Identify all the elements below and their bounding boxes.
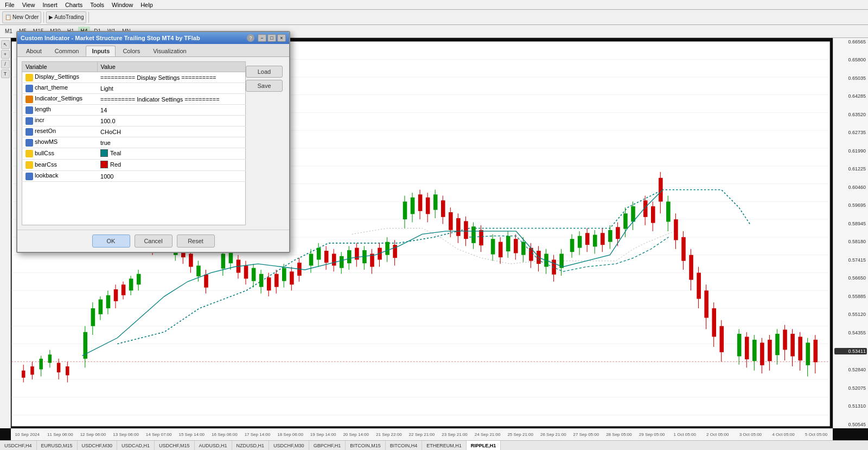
val-lookback: 1000 — [97, 171, 245, 182]
var-length: length — [22, 105, 98, 116]
params-table-wrapper: Variable Value Display_Settings ========… — [22, 61, 246, 225]
val-bearcss: Red — [97, 160, 245, 171]
table-empty-area — [22, 182, 246, 225]
reset-button[interactable]: Reset — [177, 234, 215, 248]
table-row[interactable]: chart_theme Light — [22, 83, 246, 94]
table-row[interactable]: incr 100.0 — [22, 116, 246, 126]
row-icon-reseton — [25, 128, 33, 136]
modal-overlay: Custom Indicator - Market Structure Trai… — [0, 0, 868, 450]
ok-button[interactable]: OK — [92, 234, 130, 248]
val-chart-theme: Light — [97, 83, 245, 94]
load-button[interactable]: Load — [246, 66, 283, 78]
row-icon-indicator — [25, 96, 33, 103]
val-reseton: CHoCH — [97, 126, 245, 137]
table-row[interactable]: bullCss Teal — [22, 148, 246, 160]
row-icon-incr — [25, 117, 33, 125]
tab-common[interactable]: Common — [49, 46, 85, 56]
table-row[interactable]: bearCss Red — [22, 160, 246, 171]
red-swatch-box — [100, 161, 108, 168]
modal-controls: ? − □ × — [247, 34, 286, 42]
modal-minimize-button[interactable]: − — [258, 34, 266, 42]
val-length: 14 — [97, 105, 245, 116]
modal-titlebar: Custom Indicator - Market Structure Trai… — [17, 32, 289, 44]
var-chart-theme: chart_theme — [22, 83, 98, 94]
var-lookback: lookback — [22, 171, 98, 182]
row-icon-length — [25, 106, 33, 114]
modal-maximize-button[interactable]: □ — [267, 34, 276, 42]
var-incr: incr — [22, 116, 98, 126]
tab-inputs[interactable]: Inputs — [86, 46, 116, 56]
row-icon-showms — [25, 139, 33, 147]
side-buttons-panel: Load Save — [246, 61, 285, 225]
tab-about[interactable]: About — [20, 46, 48, 56]
modal-tab-bar: About Common Inputs Colors Visualization — [17, 44, 289, 57]
table-row[interactable]: Indicator_Settings ========== Indicator … — [22, 94, 246, 105]
row-icon-display — [25, 74, 33, 81]
val-indicator-settings: ========== Indicator Settings ========== — [97, 94, 245, 105]
var-reseton: resetOn — [22, 126, 98, 137]
val-incr: 100.0 — [97, 116, 245, 126]
col-variable: Variable — [22, 62, 98, 72]
var-display-settings: Display_Settings — [22, 72, 98, 83]
modal-help-button[interactable]: ? — [247, 34, 254, 42]
table-row[interactable]: length 14 — [22, 105, 246, 116]
bullcss-swatch: Teal — [100, 149, 121, 157]
parameters-table: Variable Value Display_Settings ========… — [22, 61, 246, 182]
teal-swatch-box — [100, 149, 108, 157]
table-row[interactable]: showMS true — [22, 137, 246, 148]
row-icon-bullcss — [25, 150, 33, 157]
col-value: Value — [97, 62, 245, 72]
val-bullcss: Teal — [97, 148, 245, 160]
row-icon-lookback — [25, 173, 33, 180]
modal-footer: OK Cancel Reset — [17, 230, 289, 252]
save-button[interactable]: Save — [246, 80, 283, 92]
bearcss-swatch: Red — [100, 161, 121, 168]
row-icon-theme — [25, 85, 33, 92]
var-indicator-settings: Indicator_Settings — [22, 94, 98, 105]
custom-indicator-dialog: Custom Indicator - Market Structure Trai… — [16, 31, 290, 253]
val-display-settings: ========== Display Settings ========== — [97, 72, 245, 83]
row-icon-bearcss — [25, 161, 33, 169]
tab-colors[interactable]: Colors — [117, 46, 146, 56]
var-bullcss: bullCss — [22, 148, 98, 160]
tab-visualization[interactable]: Visualization — [147, 46, 193, 56]
table-row[interactable]: resetOn CHoCH — [22, 126, 246, 137]
table-row[interactable]: lookback 1000 — [22, 171, 246, 182]
modal-content-area: Variable Value Display_Settings ========… — [17, 57, 289, 230]
val-showms: true — [97, 137, 245, 148]
modal-body: Variable Value Display_Settings ========… — [22, 61, 285, 225]
var-showms: showMS — [22, 137, 98, 148]
var-bearcss: bearCss — [22, 160, 98, 171]
table-row[interactable]: Display_Settings ========== Display Sett… — [22, 72, 246, 83]
modal-close-button[interactable]: × — [277, 34, 286, 42]
cancel-button[interactable]: Cancel — [135, 234, 173, 248]
modal-title-text: Custom Indicator - Market Structure Trai… — [21, 35, 200, 41]
